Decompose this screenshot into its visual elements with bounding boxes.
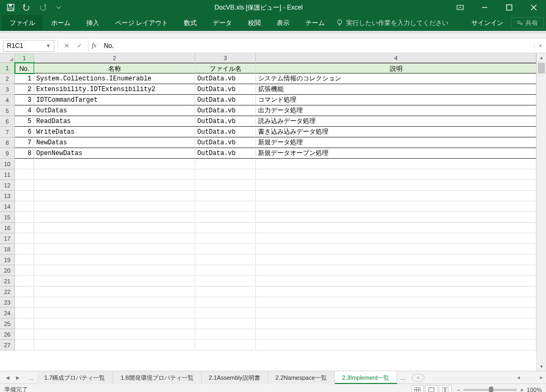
cell[interactable] [256, 255, 536, 265]
cell[interactable]: IDTCommandTarget [34, 95, 195, 105]
cell[interactable] [15, 233, 34, 244]
cancel-icon[interactable]: ✕ [62, 42, 71, 50]
row-header[interactable]: 17 [0, 233, 15, 244]
cell[interactable] [34, 308, 195, 318]
tab-team[interactable]: チーム [298, 15, 332, 31]
cell[interactable] [15, 340, 34, 350]
sheet-nav-next-icon[interactable]: ► [13, 374, 22, 381]
zoom-level[interactable]: 100% [527, 387, 542, 393]
cell[interactable] [15, 265, 34, 276]
row-header[interactable]: 13 [0, 191, 15, 201]
row-header[interactable]: 8 [0, 137, 15, 148]
cell[interactable]: 出力データ処理 [256, 105, 536, 116]
cell[interactable] [34, 265, 195, 276]
cell[interactable] [34, 223, 195, 233]
cell[interactable] [256, 223, 536, 233]
cell[interactable]: 拡張機能 [256, 84, 536, 95]
cell[interactable]: OutData.vb [195, 84, 256, 95]
cell[interactable] [195, 340, 256, 350]
cell[interactable]: No. [15, 63, 34, 74]
tab-home[interactable]: ホーム [44, 15, 78, 31]
cell[interactable] [256, 265, 536, 276]
cell[interactable] [195, 180, 256, 191]
cell[interactable] [195, 255, 256, 265]
scroll-up-icon[interactable]: ▲ [537, 53, 546, 62]
row-header[interactable]: 18 [0, 244, 15, 255]
row-header[interactable]: 5 [0, 105, 15, 116]
cell[interactable]: 書き込み込みデータ処理 [256, 127, 536, 137]
cell[interactable]: 新規データ処理 [256, 137, 536, 148]
cell[interactable] [195, 287, 256, 297]
close-button[interactable] [521, 0, 546, 15]
cell[interactable] [195, 329, 256, 340]
row-header[interactable]: 15 [0, 212, 15, 223]
row-header[interactable]: 16 [0, 223, 15, 233]
cell[interactable] [195, 276, 256, 287]
cell[interactable] [34, 297, 195, 308]
row-header[interactable]: 14 [0, 201, 15, 212]
sign-in-link[interactable]: サインイン [465, 19, 510, 28]
cell[interactable]: OutData.vb [195, 116, 256, 127]
cell[interactable] [256, 318, 536, 329]
cell[interactable] [34, 244, 195, 255]
page-break-view-icon[interactable] [439, 385, 452, 393]
cell[interactable] [34, 159, 195, 169]
cell[interactable] [15, 329, 34, 340]
cell[interactable] [256, 191, 536, 201]
cell[interactable]: 8 [15, 148, 34, 159]
cell[interactable] [15, 308, 34, 318]
sheet-tabs-overflow-left[interactable]: ... [26, 374, 37, 381]
minimize-button[interactable] [472, 0, 497, 15]
cell[interactable]: OutData.vb [195, 95, 256, 105]
cell[interactable]: 読み込みデータ処理 [256, 116, 536, 127]
cell[interactable] [34, 180, 195, 191]
select-all-corner[interactable] [0, 53, 15, 62]
row-header[interactable]: 9 [0, 148, 15, 159]
cell[interactable]: コマンド処理 [256, 95, 536, 105]
cell[interactable] [34, 201, 195, 212]
row-header[interactable]: 21 [0, 276, 15, 287]
normal-view-icon[interactable] [411, 385, 424, 393]
row-header[interactable]: 11 [0, 169, 15, 180]
redo-icon[interactable] [36, 1, 49, 14]
vertical-scrollbar[interactable]: ▲ ▼ [536, 53, 546, 371]
row-header[interactable]: 10 [0, 159, 15, 169]
cell[interactable]: WriteDatas [34, 127, 195, 137]
cell[interactable] [34, 329, 195, 340]
ribbon-options-icon[interactable] [448, 0, 472, 15]
new-sheet-button[interactable]: + [412, 373, 424, 382]
tab-formulas[interactable]: 数式 [176, 15, 204, 31]
cell[interactable] [34, 287, 195, 297]
cell[interactable] [15, 180, 34, 191]
cell[interactable]: 6 [15, 127, 34, 137]
cell[interactable]: ファイル名 [195, 63, 256, 74]
zoom-in-button[interactable]: + [520, 387, 523, 393]
cell[interactable] [256, 308, 536, 318]
cell[interactable]: System.Collections.IEnumerable [34, 74, 195, 84]
undo-icon[interactable] [20, 1, 33, 14]
sheet-nav-prev-icon[interactable]: ◄ [3, 374, 12, 381]
cell[interactable]: OutData.vb [195, 137, 256, 148]
cell[interactable]: OpenNewDatas [34, 148, 195, 159]
row-header[interactable]: 1 [0, 63, 15, 74]
cell[interactable]: システム情報のコレクション [256, 74, 536, 84]
column-header[interactable]: 3 [195, 53, 256, 62]
row-header[interactable]: 24 [0, 308, 15, 318]
cell[interactable] [15, 191, 34, 201]
page-layout-view-icon[interactable] [425, 385, 438, 393]
row-header[interactable]: 3 [0, 84, 15, 95]
cell[interactable] [34, 233, 195, 244]
cell[interactable] [256, 244, 536, 255]
cell[interactable] [256, 287, 536, 297]
row-header[interactable]: 27 [0, 340, 15, 350]
cell[interactable] [15, 297, 34, 308]
row-header[interactable]: 25 [0, 318, 15, 329]
cell[interactable] [195, 212, 256, 223]
cell[interactable] [34, 276, 195, 287]
row-header[interactable]: 19 [0, 255, 15, 265]
sheet-tab[interactable]: 1.7構成プロパティ一覧 [37, 371, 113, 384]
cell[interactable]: 新規データオープン処理 [256, 148, 536, 159]
cell[interactable] [15, 223, 34, 233]
cell[interactable]: 名称 [34, 63, 195, 74]
save-icon[interactable] [4, 1, 17, 14]
